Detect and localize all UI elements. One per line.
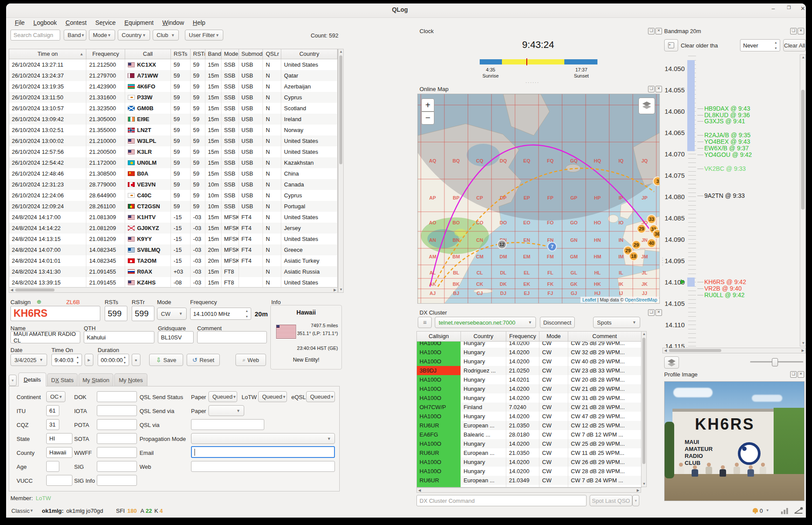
dx-row[interactable]: HA100OHungary14.0200CWCW 47 dB 29 WPM... [417, 412, 641, 421]
paper-via-select[interactable]: ▼ [208, 405, 244, 416]
scroll-right-icon[interactable]: ▶ [332, 288, 338, 293]
save-button[interactable]: ⇩Save [149, 354, 183, 366]
scroll-down-icon[interactable]: ▼ [641, 481, 647, 487]
cqz-input[interactable]: 31 [46, 419, 59, 430]
logbook-row[interactable]: 24/8/2024 14:01:0114.082345TA2OM-15-0320… [9, 255, 338, 266]
logbook-row[interactable]: 26/10/2024 12:57:5621.200500K3LR595915mS… [9, 146, 338, 157]
bandmap-center-button[interactable]: + [664, 39, 678, 51]
osm-link[interactable]: OpenStreetMap [625, 297, 657, 302]
leaflet-link[interactable]: Leaflet [582, 297, 596, 302]
logbook-row[interactable]: 26/10/2024 13:09:4221.305000EI9E595915mS… [9, 114, 338, 125]
logbook-row[interactable]: 26/10/2024 13:27:1121.212500KC1XX595915m… [9, 59, 338, 70]
sig-input[interactable] [97, 461, 137, 472]
vucc-input[interactable] [46, 475, 72, 486]
scroll-right-icon[interactable]: ▶ [800, 348, 805, 353]
dx-hscrollbar[interactable]: ◀ ▶ [416, 488, 641, 493]
column-header-band[interactable]: Band [205, 49, 222, 59]
continent-select[interactable]: OC▼ [46, 391, 65, 402]
close-button[interactable]: ✕ [798, 5, 808, 13]
pota-input[interactable] [97, 419, 137, 430]
map-zoom-out-button[interactable]: − [421, 112, 434, 125]
dx-row[interactable]: OH7CW/PFinland7.0240CWCW 21 dB 28 WPM... [417, 403, 641, 412]
column-header-time-on[interactable]: Time on▲ [9, 49, 86, 59]
spot-last-qso-button[interactable]: Spot Last QSO [590, 495, 632, 506]
menu-item-contest[interactable]: Contest [65, 19, 86, 26]
filter-club[interactable]: Club▼ [153, 30, 179, 41]
menu-item-window[interactable]: Window [162, 19, 184, 26]
dx-menu-button[interactable]: ≡ [418, 317, 432, 328]
rig-connection-icon[interactable] [781, 507, 789, 516]
web-input[interactable] [191, 461, 335, 472]
email-input[interactable] [191, 446, 335, 458]
bandmap-spot[interactable]: EW6X/B @ 9:37 [704, 145, 749, 152]
rst-rcvd-input[interactable]: 599 [132, 306, 154, 321]
column-header-mode[interactable]: Mode [222, 49, 239, 59]
time-on-spinner[interactable]: 9:40:03▲▼ [51, 354, 82, 366]
qth-input[interactable]: Kahului [84, 331, 154, 343]
state-input[interactable]: HI [46, 433, 72, 444]
menu-item-logbook[interactable]: Logbook [34, 19, 57, 26]
scroll-up-icon[interactable]: ▲ [800, 55, 806, 60]
logbook-vscrollbar[interactable]: ▲ ▼ [338, 49, 344, 293]
duration-stop-button[interactable]: ■ [132, 354, 140, 366]
bandmap-spot[interactable]: RU0LL @ 9:42 [704, 291, 744, 298]
map-spot-marker[interactable]: 29 [631, 240, 641, 250]
dx-row[interactable]: HA100OHungary14.0200CWCW 26 dB 29 WPM... [417, 457, 641, 467]
column-header-call[interactable]: Call [125, 49, 171, 59]
filter-country[interactable]: Country▼ [118, 30, 150, 41]
column-header-rsts[interactable]: RSTs [171, 49, 191, 59]
mode-select[interactable]: CW▼ [157, 308, 187, 320]
map-spot-marker[interactable]: 40 [647, 238, 656, 248]
time-start-button[interactable]: ▶ [85, 354, 93, 366]
logbook-row[interactable]: 26/10/2024 12:09:2428.261100CT2GSN595910… [9, 201, 338, 212]
tab-details[interactable]: Details [18, 373, 46, 386]
dx-filter-select[interactable]: Spots▼ [593, 317, 640, 328]
map-spot-marker[interactable]: 33 [647, 214, 656, 224]
bandmap-spot[interactable]: G3XJS @ 9:41 [704, 118, 745, 125]
bandmap-spot[interactable]: YO4GOU @ 9:42 [704, 151, 752, 158]
close-panel-icon[interactable]: ✕ [798, 371, 804, 378]
tab-my-station[interactable]: My Station [78, 373, 113, 386]
logbook-row[interactable]: 26/10/2024 13:19:3521.4239004K6FO595915m… [9, 81, 338, 92]
date-select[interactable]: 3/4/2025▼ [10, 354, 47, 366]
dx-row[interactable]: HA100OHungary14.0200CWCW 32 dB 29 WPM... [417, 348, 641, 357]
logbook-row[interactable]: 26/10/2024 13:10:5721.323500GM0B595915mS… [9, 103, 338, 114]
web-button[interactable]: ⌕Web [235, 354, 266, 366]
close-panel-icon[interactable]: ✕ [798, 28, 804, 34]
iota-input[interactable] [97, 405, 137, 416]
tab-dx-stats[interactable]: DX Stats [47, 373, 78, 386]
column-header-qslr[interactable]: QSLr [263, 49, 281, 59]
filter-mode[interactable]: Mode▼ [89, 30, 115, 41]
scroll-left-icon[interactable]: ◀ [663, 348, 668, 353]
cw-keyer-icon[interactable] [794, 507, 803, 516]
duration-spinner[interactable]: 00:00:00▲▼ [98, 354, 129, 366]
zoom-slider-handle[interactable] [772, 358, 778, 366]
scroll-up-icon[interactable]: ▲ [338, 49, 344, 54]
spinner-arrows-icon[interactable]: ▲▼ [122, 356, 127, 364]
logbook-row[interactable]: 26/10/2024 13:00:0221.210000W3LPL595915m… [9, 135, 338, 146]
menu-item-help[interactable]: Help [193, 19, 205, 26]
logbook-row[interactable]: 26/10/2024 13:11:5021.331600P33W595915mS… [9, 92, 338, 103]
logbook-row[interactable]: 24/8/2024 14:17:0021.081309K1HTV-15-0315… [9, 212, 338, 223]
dx-row[interactable]: HA100OHungary14.0200CWCW 28 dB 28 WPM... [417, 467, 641, 476]
scroll-down-icon[interactable]: ▼ [338, 287, 344, 292]
float-panel-icon[interactable]: ❏ [790, 28, 797, 34]
name-input[interactable]: MAUI AMATEUR RADIO CL [10, 331, 80, 343]
dx-row[interactable]: HA100OHungary14.0200CWCW 25 dB 29 WPM... [417, 439, 641, 448]
scroll-up-icon[interactable]: ▲ [641, 332, 647, 337]
logbook-row[interactable]: 26/10/2024 12:48:4621.308500B0A595915mSS… [9, 168, 338, 179]
dx-column-header-country[interactable]: Country [461, 332, 506, 341]
float-panel-icon[interactable]: ❏ [648, 28, 655, 34]
filter-user-filter[interactable]: User Filter▼ [185, 30, 223, 41]
map-spot-marker[interactable]: 29 [637, 224, 646, 234]
callsign-input[interactable]: KH6RS [10, 306, 100, 321]
bandmap-spot[interactable]: YO4BEX @ 9:43 [704, 138, 750, 145]
age-input[interactable] [46, 461, 59, 472]
bandmap-spot[interactable]: 9A2TN @ 9:33 [704, 192, 745, 199]
spot-last-qso-menu-button[interactable]: ▼ [632, 495, 639, 506]
map-zoom-in-button[interactable]: + [421, 98, 434, 112]
spinner-arrows-icon[interactable]: ▲▼ [773, 41, 778, 50]
bandmap-spot[interactable]: R2AJA/B @ 9:35 [704, 132, 751, 139]
propagation-mode-select[interactable]: ▼ [191, 433, 335, 444]
dx-vscrollbar[interactable]: ▲ ▼ [641, 331, 647, 487]
